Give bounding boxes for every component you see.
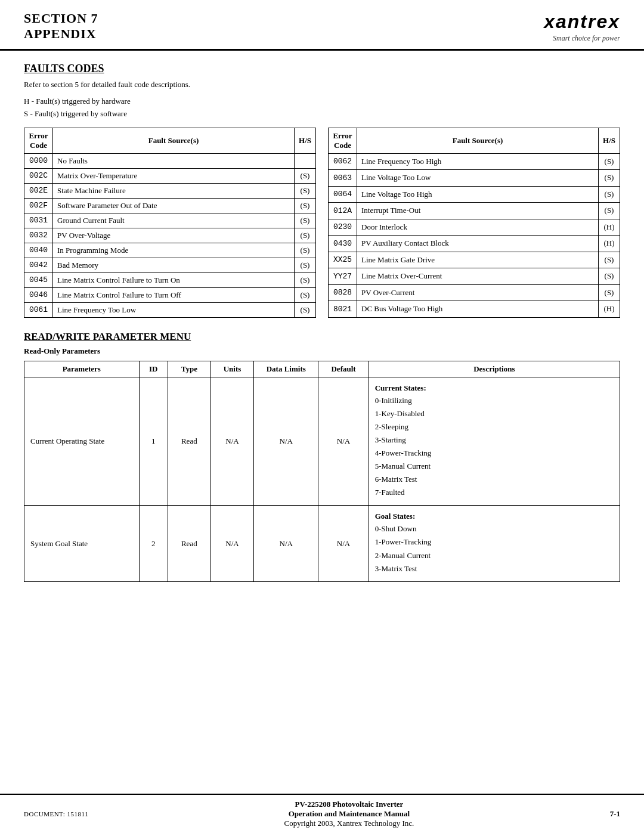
param-data-limits: N/A [254,506,318,581]
footer-center: PV-225208 Photovoltaic Inverter Operatio… [284,800,414,828]
fault-code: YY27 [329,268,357,285]
fault-source: Line Frequency Too Low [53,302,295,317]
param-desc: Goal States: 0-Shut Down1-Power-Tracking… [369,506,620,581]
col-error-code-left: ErrorCode [24,128,53,153]
fault-code: 002E [24,183,53,198]
fault-source: PV Over-Current [357,284,599,301]
fault-code: 0062 [329,153,357,170]
table-row: 0031 Ground Current Fault (S) [24,213,316,228]
footer-copyright: Copyright 2003, Xantrex Technology Inc. [284,819,414,828]
fault-table-left: ErrorCode Fault Source(s) H/S 0000 No Fa… [24,128,316,318]
list-item: 0-Initilizing [375,394,614,407]
fault-left-body: 0000 No Faults 002C Matrix Over-Temperat… [24,153,316,317]
header-right: xantrex Smart choice for power [544,11,620,43]
fault-hs: (S) [599,203,620,219]
table-row: 0064 Line Voltage Too High (S) [329,186,620,203]
fault-hs: (S) [295,287,316,302]
list-item: 1-Key-Disabled [375,407,614,420]
appendix-label: APPENDIX [24,26,97,41]
table-row: 0061 Line Frequency Too Low (S) [24,302,316,317]
fault-source: Line Matrix Control Failure to Turn On [53,272,295,287]
table-row: System Goal State 2 Read N/A N/A N/A Goa… [24,506,620,581]
table-row: 002F Software Parameter Out of Date (S) [24,198,316,213]
fault-source: Matrix Over-Temperature [53,168,295,183]
fault-source: PV Auxiliary Contact Block [357,236,599,252]
param-data-limits: N/A [254,377,318,506]
table-row: 0063 Line Voltage Too Low (S) [329,170,620,187]
param-table-body: Current Operating State 1 Read N/A N/A N… [24,377,620,581]
col-descriptions: Descriptions [369,361,620,377]
fault-hs: (S) [295,183,316,198]
param-default: N/A [318,506,369,581]
fault-hs: (S) [599,153,620,170]
col-default: Default [318,361,369,377]
fault-hs: (S) [295,302,316,317]
fault-hs: (S) [295,243,316,258]
param-id: 2 [139,506,168,581]
table-row: 0045 Line Matrix Control Failure to Turn… [24,272,316,287]
fault-code: 0230 [329,219,357,236]
table-row: 0040 In Programming Mode (S) [24,243,316,258]
desc-title: Goal States: [375,512,416,521]
list-item: 1-Power-Tracking [375,535,614,549]
fault-hs: (H) [599,236,620,252]
fault-source: No Faults [53,153,295,168]
param-default: N/A [318,377,369,506]
footer-page: 7-1 [610,809,620,819]
header: SECTION 7 APPENDIX xantrex Smart choice … [0,0,644,51]
fault-hs: (S) [295,213,316,228]
faults-subtitle: Refer to section 5 for detailed fault co… [24,80,620,89]
desc-title: Current States: [375,383,426,392]
fault-hs: (S) [599,268,620,285]
table-row: 002E State Machine Failure (S) [24,183,316,198]
table-row: 8021 DC Bus Voltage Too High (H) [329,301,620,318]
param-id: 1 [139,377,168,506]
table-row: 0000 No Faults [24,153,316,168]
fault-code: 0063 [329,170,357,187]
col-hs-right: H/S [599,128,620,153]
faults-title: FAULTS CODES [24,63,620,75]
fault-code: 0064 [329,186,357,203]
fault-code: 002C [24,168,53,183]
list-item: 5-Manual Current [375,460,614,473]
fault-hs: (S) [599,186,620,203]
list-item: 4-Power-Tracking [375,447,614,460]
table-row: 0062 Line Frequency Too High (S) [329,153,620,170]
fault-tables: ErrorCode Fault Source(s) H/S 0000 No Fa… [24,128,620,318]
param-desc: Current States: 0-Initilizing1-Key-Disab… [369,377,620,506]
fault-code: 002F [24,198,53,213]
footer-title2: Operation and Maintenance Manual [284,809,414,819]
list-item: 7-Faulted [375,486,614,499]
fault-hs [295,153,316,168]
section-heading: SECTION 7 APPENDIX [24,11,98,42]
logo: xantrex [544,11,620,33]
fault-code: 0032 [24,228,53,243]
desc-list: 0-Shut Down1-Power-Tracking2-Manual Curr… [375,522,614,575]
col-units: Units [210,361,253,377]
fault-hs: (S) [295,228,316,243]
table-row: 002C Matrix Over-Temperature (S) [24,168,316,183]
fault-code: 0045 [24,272,53,287]
fault-code: 0000 [24,153,53,168]
fault-source: Line Matrix Over-Current [357,268,599,285]
tagline: Smart choice for power [553,34,620,43]
note-s: S - Fault(s) triggered by software [24,108,620,120]
table-row: 0230 Door Interlock (H) [329,219,620,236]
list-item: 3-Matrix Test [375,562,614,575]
fault-source: Line Matrix Control Failure to Turn Off [53,287,295,302]
col-hs-left: H/S [295,128,316,153]
faults-notes: H - Fault(s) triggered by hardware S - F… [24,95,620,120]
footer-title1: PV-225208 Photovoltaic Inverter [284,800,414,809]
param-type: Read [168,377,210,506]
logo-text: xantrex [544,11,620,32]
table-row: Current Operating State 1 Read N/A N/A N… [24,377,620,506]
fault-hs: (H) [599,301,620,318]
fault-code: 012A [329,203,357,219]
fault-code: XX25 [329,252,357,268]
fault-source: Line Voltage Too High [357,186,599,203]
fault-source: Line Matrix Gate Drive [357,252,599,268]
fault-source: PV Over-Voltage [53,228,295,243]
fault-hs: (H) [599,219,620,236]
fault-code: 8021 [329,301,357,318]
fault-hs: (S) [599,284,620,301]
